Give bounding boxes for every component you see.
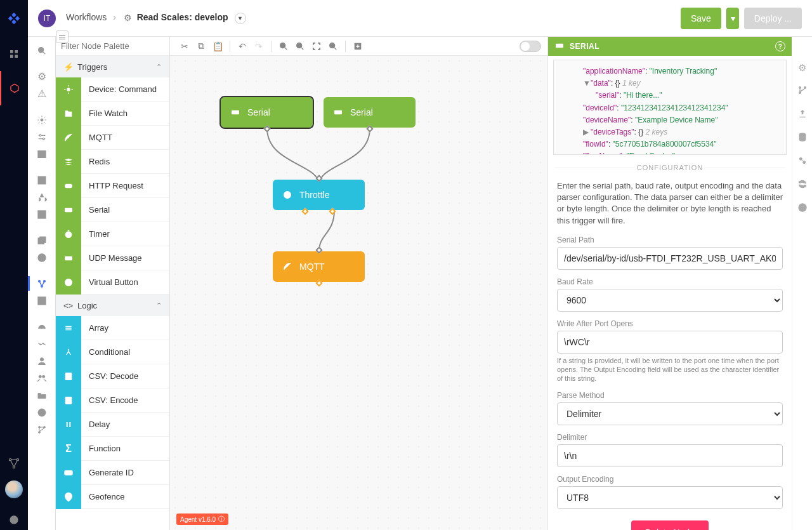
palette-node-delay[interactable]: Delay [56,413,169,437]
palette-node-virtual-button[interactable]: Virtual Button [56,270,169,295]
output-port[interactable] [263,125,270,132]
ctx-warning-icon[interactable]: ⚠ [28,85,56,102]
ctx-chart-icon[interactable] [28,292,56,309]
mqtt-icon [282,261,293,272]
palette-filter-input[interactable] [56,37,169,56]
palette-node-function[interactable]: ΣFunction [56,437,169,461]
palette-toggle[interactable] [56,30,69,43]
ctx-user-icon[interactable] [28,352,56,369]
palette-node-csv-encode[interactable]: CSV: Encode [56,388,169,413]
palette-node-label: Timer [81,229,110,239]
ctx-sliders-icon[interactable] [28,128,56,145]
baud-rate-select[interactable]: 9600 [557,289,783,312]
output-port[interactable] [315,279,322,286]
palette-node-timer[interactable]: Timer [56,222,169,246]
crumb-root[interactable]: Workflows [66,12,107,22]
ctx-panel-icon[interactable] [28,206,56,223]
palette-node-file-watch[interactable]: File Watch [56,102,169,126]
category-triggers[interactable]: ⚡ Triggers ⌃ [56,56,169,77]
palette-node-geofence[interactable]: Geofence [56,485,169,509]
ctx-webhook-icon[interactable] [28,189,56,206]
palette-node-http[interactable]: HTTP Request [56,174,169,198]
org-avatar[interactable]: IT [38,10,56,27]
cut-icon[interactable]: ✂ [176,37,193,56]
output-encoding-select[interactable]: UTF8 [557,486,783,509]
palette-node-redis[interactable]: Redis [56,150,169,174]
undo-icon[interactable]: ↶ [234,37,251,56]
database-icon[interactable] [797,132,808,144]
palette-node-array[interactable]: Array [56,316,169,340]
add-node-icon[interactable] [350,37,366,56]
delimiter-input[interactable] [557,444,783,467]
branch-dropdown[interactable]: ▼ [235,13,246,24]
ctx-waves-icon[interactable] [28,335,56,352]
help-icon[interactable] [0,510,28,530]
palette-node-serial[interactable]: Serial [56,198,169,222]
output-port[interactable] [301,208,308,215]
ctx-layers-icon[interactable] [28,232,56,249]
flow-node-throttle[interactable]: Throttle [273,180,365,210]
category-logic[interactable]: <> Logic ⌃ [56,295,169,316]
user-avatar[interactable] [5,480,23,498]
ctx-grid-icon[interactable] [28,171,56,189]
write-after-open-input[interactable] [557,331,783,354]
save-button[interactable]: Save [681,8,721,29]
ctx-gauge-icon[interactable] [28,318,56,335]
svg-point-21 [40,357,43,361]
ctx-folder-icon[interactable] [28,387,56,404]
upload-icon[interactable] [797,109,808,121]
flow-node-mqtt[interactable]: MQTT [273,251,365,282]
ctx-cog-icon[interactable] [28,111,56,128]
category-label: Triggers [77,62,107,72]
branch-icon[interactable] [797,85,808,97]
ctx-users-icon[interactable] [28,369,56,387]
output-port[interactable] [329,208,336,215]
search-canvas-icon[interactable] [325,37,341,56]
copy-icon[interactable]: ⧉ [193,37,209,56]
paste-icon[interactable]: 📋 [209,37,226,56]
input-port[interactable] [315,246,322,253]
palette-node-label: Virtual Button [81,277,138,287]
serial-path-input[interactable] [557,247,783,270]
rail-integrations-icon[interactable] [0,446,28,480]
serial-icon [230,107,241,118]
help-icon[interactable]: ? [775,41,785,51]
process-icon[interactable] [797,156,808,168]
palette-node-device-command[interactable]: Device: Command [56,77,169,102]
rail-workflows-icon[interactable] [0,71,28,105]
redo-icon[interactable]: ↷ [251,37,267,56]
settings-icon[interactable]: ⚙ [798,62,806,74]
output-port[interactable] [366,125,373,132]
palette-node-udp[interactable]: UDP Message [56,246,169,270]
palette-node-conditional[interactable]: Conditional [56,340,169,364]
fit-icon[interactable] [308,37,325,56]
workflow-canvas[interactable]: Serial Serial Throttle MQTT Agent v1.6.0… [170,56,547,530]
ctx-flow-icon[interactable] [28,275,56,292]
svg-rect-1 [15,50,18,53]
zoom-in-icon[interactable] [275,37,292,56]
flow-node-serial-b[interactable]: Serial [324,97,416,128]
input-port[interactable] [315,175,322,182]
flow-node-serial-a[interactable]: Serial [221,97,313,128]
ctx-search-icon[interactable] [28,42,56,59]
svg-point-10 [39,135,41,136]
ctx-window-icon[interactable] [28,145,56,162]
palette-node-csv-decode[interactable]: CSV: Decode [56,364,169,388]
ctx-info-icon[interactable] [28,249,56,266]
deploy-button[interactable]: Deploy ... [744,8,802,29]
ctx-branch-icon[interactable] [28,421,56,438]
palette-node-mqtt[interactable]: MQTT [56,126,169,150]
save-dropdown[interactable]: ▾ [726,8,739,29]
grid-toggle[interactable] [520,41,541,52]
rail-dashboard-icon[interactable] [0,37,28,71]
ctx-gear-icon[interactable]: ⚙ [28,68,56,85]
refresh-icon[interactable] [797,179,808,191]
delete-node-button[interactable]: Delete Node [631,520,709,530]
brand-logo[interactable] [0,0,28,37]
globe-icon[interactable] [797,202,808,215]
ctx-globe-icon[interactable] [28,404,56,421]
palette-node-generate-id[interactable]: Generate ID [56,461,169,485]
zoom-out-icon[interactable] [292,37,308,56]
crumb-current[interactable]: Read Scales: develop [137,12,228,22]
parse-method-select[interactable]: Delimiter [557,402,783,425]
